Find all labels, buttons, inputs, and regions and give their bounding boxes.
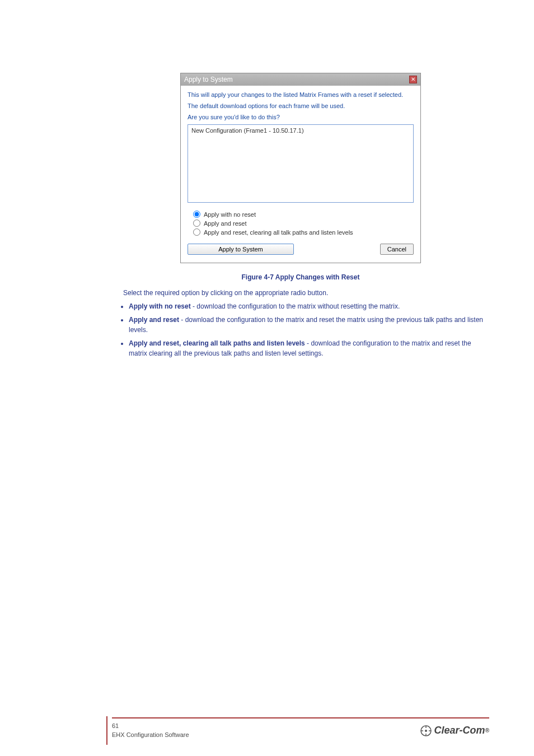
radio-label-1: Apply with no reset: [204, 211, 256, 218]
option-desc-2: - download the configuration to the matr…: [129, 316, 483, 334]
dialog-body: This will apply your changes to the list…: [181, 86, 420, 263]
footer-vertical-rule: [106, 716, 107, 745]
radio-input-2[interactable]: [193, 220, 200, 227]
page-number: 61: [112, 722, 189, 730]
trademark: ®: [485, 727, 489, 734]
radio-group: Apply with no reset Apply and reset Appl…: [188, 211, 414, 236]
frames-listbox[interactable]: New Configuration (Frame1 - 10.50.17.1): [188, 124, 414, 203]
radio-apply-reset-clear[interactable]: Apply and reset, clearing all talk paths…: [193, 228, 414, 236]
doc-title: EHX Configuration Software: [112, 731, 189, 739]
radio-apply-no-reset[interactable]: Apply with no reset: [193, 211, 414, 218]
list-item: Apply and reset - download the configura…: [129, 315, 489, 335]
radio-label-3: Apply and reset, clearing all talk paths…: [204, 229, 353, 236]
radio-apply-and-reset[interactable]: Apply and reset: [193, 220, 414, 227]
apply-to-system-button[interactable]: Apply to System: [188, 244, 294, 255]
list-item[interactable]: New Configuration (Frame1 - 10.50.17.1): [191, 127, 410, 134]
dialog-titlebar: Apply to System ✕: [181, 73, 420, 86]
dialog-title: Apply to System: [184, 76, 233, 83]
option-name-3: Apply and reset, clearing all talk paths…: [129, 339, 305, 347]
close-icon[interactable]: ✕: [409, 76, 417, 83]
radio-input-1[interactable]: [193, 211, 200, 218]
figure-caption: Figure 4-7 Apply Changes with Reset: [112, 273, 489, 281]
dialog-text-3: Are you sure you'd like to do this?: [188, 114, 414, 122]
svg-point-1: [425, 730, 427, 732]
footer-text: 61 EHX Configuration Software: [112, 722, 189, 739]
instruction-lead: Select the required option by clicking o…: [112, 288, 489, 298]
footer-rule: [112, 717, 489, 718]
dialog-text-2: The default download options for each fr…: [188, 102, 414, 110]
list-item: Apply with no reset - download the confi…: [129, 301, 489, 311]
page-footer: 61 EHX Configuration Software Clear-Com®: [0, 717, 534, 739]
option-name-2: Apply and reset: [129, 316, 179, 324]
logo-text: Clear-Com: [434, 725, 485, 736]
logo-icon: [420, 725, 432, 737]
clearcom-logo: Clear-Com®: [420, 725, 489, 737]
radio-input-3[interactable]: [193, 228, 200, 236]
cancel-button[interactable]: Cancel: [380, 244, 414, 255]
list-item: Apply and reset, clearing all talk paths…: [129, 338, 489, 358]
dialog-button-row: Apply to System Cancel: [188, 244, 414, 255]
dialog-text-1: This will apply your changes to the list…: [188, 91, 414, 99]
radio-label-2: Apply and reset: [204, 220, 246, 227]
apply-to-system-dialog: Apply to System ✕ This will apply your c…: [180, 73, 421, 263]
options-list: Apply with no reset - download the confi…: [112, 301, 489, 358]
option-name-1: Apply with no reset: [129, 302, 191, 310]
option-desc-1: - download the configuration to the matr…: [191, 302, 400, 310]
